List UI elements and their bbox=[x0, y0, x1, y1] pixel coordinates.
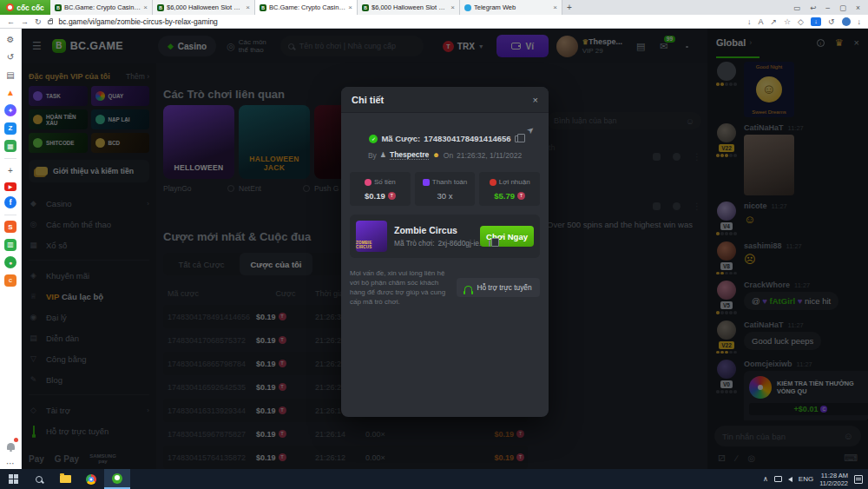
telegram-favicon bbox=[464, 4, 471, 11]
browser-tab-3-active[interactable]: B BC.Game: Crypto Casino Gan × bbox=[255, 0, 358, 15]
bet-username[interactable]: Thespectre bbox=[390, 150, 429, 160]
payout-icon bbox=[423, 179, 430, 186]
url-text[interactable]: bc.game/vi/game/zombie-circus-by-relax-g… bbox=[59, 17, 218, 26]
bell-icon[interactable] bbox=[4, 439, 16, 452]
profit-icon bbox=[490, 179, 496, 186]
chrome-button[interactable] bbox=[78, 469, 104, 489]
youtube-icon[interactable]: ▶ bbox=[4, 182, 16, 191]
network-icon[interactable] bbox=[774, 476, 782, 482]
download-page-icon[interactable]: ↓ bbox=[747, 17, 752, 26]
verified-check-icon: ✓ bbox=[369, 135, 378, 143]
speaker-icon[interactable] bbox=[788, 477, 792, 482]
stat-amount: Số tiền $0.19T bbox=[350, 172, 411, 206]
file-explorer-button[interactable] bbox=[52, 469, 78, 489]
modal-game-card: ZOMBIE CIRCUS Zombie Circus Mã Trò chơi:… bbox=[350, 215, 540, 258]
bet-id-label: Mã Cược: bbox=[381, 134, 420, 143]
trx-coin-icon: T bbox=[388, 192, 396, 200]
cart-icon[interactable]: c bbox=[4, 274, 16, 287]
coccoc-taskbar-button[interactable] bbox=[104, 469, 130, 489]
clock[interactable]: 11:28 AM11/2/2022 bbox=[819, 472, 848, 487]
sync-icon[interactable]: ↺ bbox=[828, 17, 835, 26]
coccoc-brand-button[interactable]: cốc cốc bbox=[0, 0, 50, 15]
browser-tab-bar: cốc cốc B BC.Game: Crypto Casino Gan × B… bbox=[0, 0, 868, 15]
tab-close-icon[interactable]: × bbox=[143, 3, 148, 11]
minimize-button[interactable]: – bbox=[825, 3, 830, 12]
history-icon[interactable]: ↺ bbox=[4, 51, 16, 63]
coccoc-brand-label: cốc cốc bbox=[16, 3, 44, 12]
browser-tab-1[interactable]: B BC.Game: Crypto Casino Gan × bbox=[50, 0, 153, 15]
live-support-button[interactable]: Hỗ trợ trực tuyến bbox=[457, 278, 540, 297]
divider bbox=[4, 215, 16, 215]
browser-tab-5[interactable]: Telegram Web × bbox=[460, 0, 562, 15]
more-icon[interactable]: ⋯ bbox=[4, 457, 16, 469]
divider bbox=[4, 158, 16, 159]
gear-icon[interactable]: ⚙ bbox=[4, 33, 16, 45]
tab-close-icon[interactable]: × bbox=[246, 3, 250, 11]
messenger-icon[interactable]: ✦ bbox=[4, 104, 16, 116]
trx-coin-icon: T bbox=[517, 192, 525, 200]
headset-icon bbox=[464, 286, 472, 292]
close-icon[interactable]: × bbox=[533, 95, 538, 105]
facebook-icon[interactable]: f bbox=[4, 196, 16, 208]
tab-close-icon[interactable]: × bbox=[348, 3, 352, 11]
back-icon[interactable]: ← bbox=[7, 17, 15, 26]
stat-payout: Thanh toán 30 x bbox=[415, 172, 476, 206]
close-button[interactable]: × bbox=[856, 3, 860, 12]
window-restore-icon[interactable]: ↩ bbox=[810, 3, 816, 12]
forward-icon[interactable]: → bbox=[21, 17, 29, 26]
modal-header: Chi tiết × bbox=[341, 87, 549, 113]
tab-close-icon[interactable]: × bbox=[553, 3, 557, 11]
hot-trends-icon[interactable]: ▲ bbox=[4, 87, 16, 99]
profile-avatar-icon[interactable] bbox=[842, 17, 851, 26]
bet-details-modal: Chi tiết × ➤ ✓ Mã Cược: 1748304178491414… bbox=[341, 87, 549, 417]
share-page-icon[interactable]: ↗ bbox=[770, 17, 777, 26]
hidden-icons-chevron[interactable]: ∧ bbox=[763, 475, 768, 483]
support-note: Mọi vấn đề, xin vui lòng liên hệ với bộ … bbox=[350, 268, 450, 307]
browser-tab-4[interactable]: B $6,000 Halloween Slot Battle × bbox=[358, 0, 460, 15]
tab-close-icon[interactable]: × bbox=[450, 3, 455, 11]
taskbar-search-button[interactable] bbox=[26, 469, 52, 489]
save-icon[interactable]: ↓ bbox=[858, 17, 862, 26]
action-center-icon[interactable] bbox=[854, 475, 863, 484]
maximize-button[interactable]: ▢ bbox=[839, 3, 846, 12]
games-icon[interactable]: ▦ bbox=[4, 140, 16, 152]
game-code-value: 2xj-86d0gj-ie... bbox=[437, 239, 484, 248]
game-title: Zombie Circus bbox=[394, 225, 473, 235]
language-indicator[interactable]: ENG bbox=[799, 475, 813, 483]
coccoc-logo-icon bbox=[6, 3, 14, 11]
bcgame-favicon: B bbox=[362, 4, 369, 11]
downloads-button[interactable]: ↓ bbox=[811, 17, 821, 26]
bcgame-favicon: B bbox=[55, 4, 62, 11]
player-icon: ♟ bbox=[380, 151, 386, 159]
reload-icon[interactable]: ↻ bbox=[35, 17, 42, 26]
lock-icon[interactable] bbox=[48, 20, 53, 24]
shopee-icon[interactable]: S bbox=[4, 221, 16, 233]
address-bar: ← → ↻ bc.game/vi/game/zombie-circus-by-r… bbox=[0, 15, 868, 29]
game-thumbnail[interactable]: ZOMBIE CIRCUS bbox=[356, 221, 387, 252]
shop-bag-icon[interactable]: ▥ bbox=[4, 239, 16, 251]
bcgame-site: ☰ B BC.GAME ◆ Casino ◎ Các mônthể thao T… bbox=[22, 29, 868, 469]
reading-mode-icon[interactable]: ▭ bbox=[793, 3, 800, 12]
bcgame-favicon: B bbox=[260, 4, 266, 11]
translate-icon[interactable]: A bbox=[758, 17, 763, 26]
copy-icon[interactable] bbox=[515, 135, 521, 142]
amount-icon bbox=[365, 179, 372, 186]
bet-id-value: 1748304178491414656 bbox=[424, 134, 510, 143]
windows-taskbar: ∧ ENG 11:28 AM11/2/2022 bbox=[0, 469, 868, 489]
bookmark-star-icon[interactable]: ☆ bbox=[784, 17, 791, 26]
browser-tab-2[interactable]: B $6,000 Halloween Slot Battle × bbox=[153, 0, 255, 15]
new-tab-button[interactable]: + bbox=[562, 0, 576, 15]
start-button[interactable] bbox=[0, 469, 26, 489]
zalo-icon[interactable]: Z bbox=[4, 122, 16, 135]
bcgame-favicon: B bbox=[157, 4, 164, 11]
copy-icon[interactable] bbox=[489, 240, 490, 247]
notification-dot bbox=[14, 438, 18, 442]
money-face-emoji: ☻ bbox=[432, 151, 439, 159]
adblock-shield-icon[interactable]: ◇ bbox=[798, 17, 804, 26]
zalopay-icon[interactable]: ● bbox=[4, 256, 16, 268]
modal-title: Chi tiết bbox=[352, 95, 384, 105]
browser-side-strip: ⚙ ↺ ▤ ▲ ✦ Z ▦ + ▶ f S ▥ ● c ⋯ bbox=[0, 29, 22, 469]
add-shortcut-icon[interactable]: + bbox=[4, 164, 16, 176]
reading-list-icon[interactable]: ▤ bbox=[4, 69, 16, 81]
stat-profit: Lợi nhuận $5.79T bbox=[479, 172, 540, 206]
